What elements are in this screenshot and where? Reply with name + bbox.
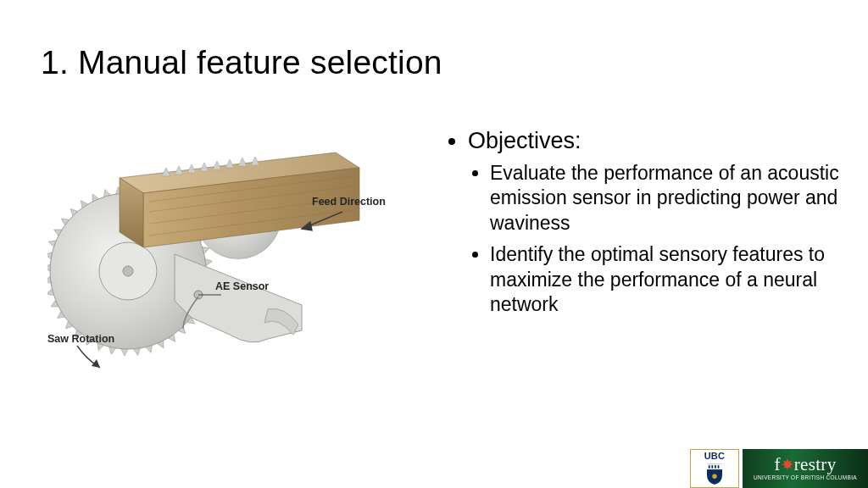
svg-marker-13 [175,166,183,175]
objectives-heading-text: Objectives: [468,128,581,153]
ubc-wordmark: UBC [704,452,726,461]
maple-leaf-icon [781,458,794,473]
svg-marker-17 [225,159,234,168]
svg-point-2 [123,266,133,276]
slide: 1. Manual feature selection [0,0,868,488]
svg-marker-18 [238,158,247,166]
forestry-f: f [775,456,781,474]
svg-point-29 [712,474,716,479]
forestry-subtext: UNIVERSITY OF BRITISH COLUMBIA [754,475,857,481]
svg-rect-26 [711,465,713,469]
diagram-svg: Feed Direction AE Sensor Saw Rotation [47,127,412,381]
svg-marker-15 [200,163,209,171]
label-feed-direction: Feed Direction [312,196,386,208]
svg-rect-25 [709,465,710,469]
svg-marker-23 [92,359,100,368]
objectives-heading: Objectives: Evaluate the performance of … [468,127,839,317]
forestry-tail: restry [794,456,837,474]
svg-marker-14 [187,164,196,173]
label-ae-sensor: AE Sensor [215,280,269,292]
svg-marker-19 [251,157,259,165]
forestry-logo: f restry UNIVERSITY OF BRITISH COLUMBIA [743,449,868,488]
ubc-shield-icon [705,463,724,485]
svg-marker-16 [213,161,221,169]
slide-title: 1. Manual feature selection [41,44,442,81]
content-body: Objectives: Evaluate the performance of … [449,127,839,324]
label-saw-rotation: Saw Rotation [47,333,114,345]
saw-diagram: Feed Direction AE Sensor Saw Rotation [47,127,412,381]
svg-rect-28 [718,465,720,469]
svg-rect-27 [715,465,716,469]
footer-logos: UBC f restry UNIVERSIT [690,449,868,488]
bullet-item: Evaluate the performance of an acoustic … [490,161,839,236]
bullet-item: Identify the optimal sensory features to… [490,242,839,317]
forestry-wordmark: f restry [775,456,837,474]
ubc-logo: UBC [690,449,739,488]
